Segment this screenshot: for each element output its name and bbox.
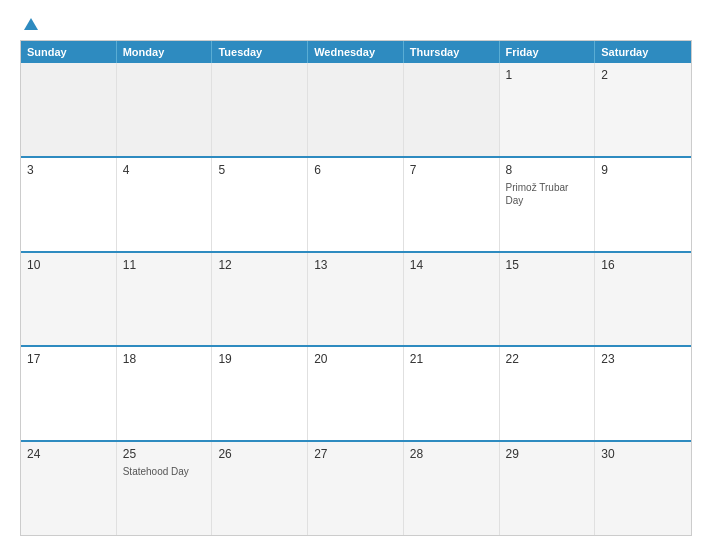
header (20, 18, 692, 30)
day-number: 17 (27, 352, 110, 366)
day-number: 26 (218, 447, 301, 461)
day-of-week-header: Saturday (595, 41, 691, 63)
holiday-name: Primož Trubar Day (506, 181, 589, 207)
calendar-cell: 18 (117, 347, 213, 440)
calendar-cell: 11 (117, 253, 213, 346)
calendar-body: 12345678Primož Trubar Day910111213141516… (21, 63, 691, 535)
calendar-cell: 8Primož Trubar Day (500, 158, 596, 251)
day-number: 8 (506, 163, 589, 177)
calendar-cell: 7 (404, 158, 500, 251)
day-number: 15 (506, 258, 589, 272)
day-number: 23 (601, 352, 685, 366)
calendar-cell: 14 (404, 253, 500, 346)
calendar-cell: 3 (21, 158, 117, 251)
day-number: 12 (218, 258, 301, 272)
calendar-cell: 29 (500, 442, 596, 535)
calendar-cell: 21 (404, 347, 500, 440)
day-number: 27 (314, 447, 397, 461)
day-of-week-header: Thursday (404, 41, 500, 63)
calendar-cell: 27 (308, 442, 404, 535)
calendar-cell: 17 (21, 347, 117, 440)
calendar-cell: 25Statehood Day (117, 442, 213, 535)
holiday-name: Statehood Day (123, 465, 206, 478)
day-of-week-header: Tuesday (212, 41, 308, 63)
day-number: 20 (314, 352, 397, 366)
day-number: 4 (123, 163, 206, 177)
calendar-cell: 5 (212, 158, 308, 251)
logo (20, 18, 38, 30)
calendar-cell: 28 (404, 442, 500, 535)
logo-blue-text (20, 18, 38, 30)
calendar-cell: 9 (595, 158, 691, 251)
page: SundayMondayTuesdayWednesdayThursdayFrid… (0, 0, 712, 550)
calendar-cell: 13 (308, 253, 404, 346)
day-number: 28 (410, 447, 493, 461)
day-number: 13 (314, 258, 397, 272)
day-of-week-header: Wednesday (308, 41, 404, 63)
day-number: 5 (218, 163, 301, 177)
day-number: 3 (27, 163, 110, 177)
day-number: 30 (601, 447, 685, 461)
calendar-cell: 10 (21, 253, 117, 346)
calendar-cell: 26 (212, 442, 308, 535)
calendar-cell (404, 63, 500, 156)
calendar-cell (117, 63, 213, 156)
day-number: 6 (314, 163, 397, 177)
calendar-cell: 1 (500, 63, 596, 156)
calendar-cell: 24 (21, 442, 117, 535)
calendar-row: 10111213141516 (21, 251, 691, 346)
day-number: 21 (410, 352, 493, 366)
calendar-cell: 30 (595, 442, 691, 535)
calendar-row: 17181920212223 (21, 345, 691, 440)
calendar-cell: 19 (212, 347, 308, 440)
calendar-cell: 15 (500, 253, 596, 346)
calendar-header-row: SundayMondayTuesdayWednesdayThursdayFrid… (21, 41, 691, 63)
day-number: 2 (601, 68, 685, 82)
day-number: 10 (27, 258, 110, 272)
calendar-cell: 16 (595, 253, 691, 346)
calendar-cell: 23 (595, 347, 691, 440)
calendar-row: 345678Primož Trubar Day9 (21, 156, 691, 251)
calendar-cell (212, 63, 308, 156)
day-of-week-header: Sunday (21, 41, 117, 63)
day-number: 25 (123, 447, 206, 461)
calendar-cell: 20 (308, 347, 404, 440)
day-number: 18 (123, 352, 206, 366)
day-of-week-header: Monday (117, 41, 213, 63)
calendar-cell: 2 (595, 63, 691, 156)
day-number: 14 (410, 258, 493, 272)
day-number: 29 (506, 447, 589, 461)
day-number: 19 (218, 352, 301, 366)
day-of-week-header: Friday (500, 41, 596, 63)
day-number: 9 (601, 163, 685, 177)
day-number: 11 (123, 258, 206, 272)
calendar-row: 12 (21, 63, 691, 156)
day-number: 16 (601, 258, 685, 272)
calendar-cell: 6 (308, 158, 404, 251)
calendar-row: 2425Statehood Day2627282930 (21, 440, 691, 535)
calendar-cell (308, 63, 404, 156)
calendar-cell: 12 (212, 253, 308, 346)
calendar-cell: 22 (500, 347, 596, 440)
calendar-cell (21, 63, 117, 156)
day-number: 24 (27, 447, 110, 461)
day-number: 22 (506, 352, 589, 366)
calendar-cell: 4 (117, 158, 213, 251)
day-number: 7 (410, 163, 493, 177)
logo-triangle-icon (24, 18, 38, 30)
calendar: SundayMondayTuesdayWednesdayThursdayFrid… (20, 40, 692, 536)
day-number: 1 (506, 68, 589, 82)
